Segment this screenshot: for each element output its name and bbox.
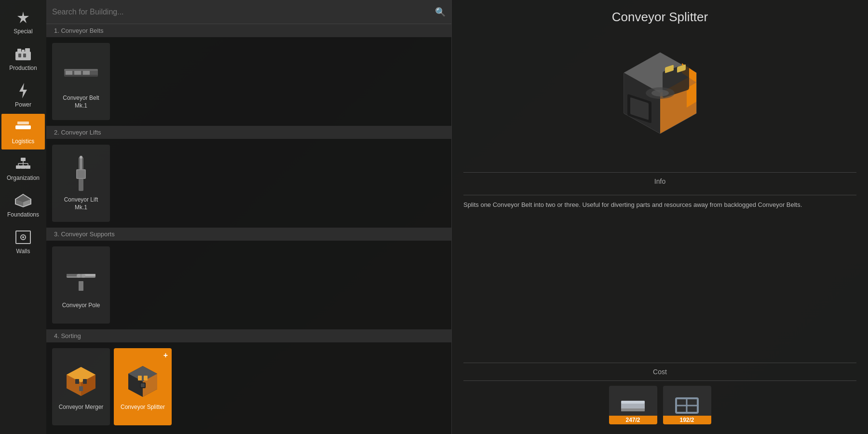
- building-item-conveyor-merger[interactable]: Conveyor Merger: [52, 348, 110, 425]
- svg-rect-74: [621, 401, 645, 404]
- cost-items: 247/2 192/2: [463, 386, 856, 424]
- sidebar-item-organization-label: Organization: [7, 175, 40, 181]
- detail-title: Conveyor Splitter: [612, 10, 708, 25]
- cost-divider2: [463, 380, 856, 381]
- conveyor-lift-mk1-name: Conveyor LiftMk.1: [64, 196, 98, 211]
- info-section-label: Info: [463, 177, 856, 185]
- conveyor-belt-mk1-icon: [62, 53, 100, 92]
- sidebar-item-organization[interactable]: Organization: [1, 150, 45, 186]
- conveyor-pole-icon: [62, 260, 100, 299]
- conveyor-lifts-grid: Conveyor LiftMk.1: [46, 139, 451, 228]
- cost-item-iron-plate: 247/2: [609, 386, 657, 424]
- svg-rect-5: [23, 54, 26, 57]
- sidebar-item-foundations[interactable]: Foundations: [1, 187, 45, 223]
- sidebar: Special Production Power: [0, 0, 46, 434]
- svg-point-8: [16, 125, 20, 129]
- detail-image-area: [597, 34, 723, 160]
- foundations-icon: [14, 192, 32, 209]
- special-icon: [14, 9, 32, 26]
- svg-rect-59: [141, 383, 145, 387]
- svg-rect-14: [21, 165, 26, 169]
- sidebar-item-walls-label: Walls: [16, 248, 30, 255]
- sidebar-item-special[interactable]: Special: [1, 4, 45, 40]
- svg-rect-75: [621, 408, 645, 411]
- sidebar-item-production[interactable]: Production: [1, 41, 45, 76]
- svg-point-43: [77, 274, 81, 278]
- plus-badge: +: [163, 351, 168, 360]
- detail-panel: Conveyor Splitter: [451, 0, 868, 434]
- conveyor-merger-name: Conveyor Merger: [59, 404, 104, 411]
- svg-point-27: [22, 236, 24, 238]
- sidebar-item-logistics-label: Logistics: [12, 138, 35, 145]
- sidebar-item-power-label: Power: [15, 101, 31, 108]
- production-icon: [14, 45, 32, 63]
- detail-splitter-image: [607, 44, 713, 150]
- svg-rect-12: [21, 158, 26, 161]
- info-divider2: [463, 195, 856, 195]
- building-panel: 🔍 1. Conveyor Belts Conveyor Bel: [46, 0, 451, 434]
- sidebar-item-power[interactable]: Power: [1, 77, 45, 113]
- conveyor-supports-grid: Conveyor Pole: [46, 241, 451, 329]
- building-list: 1. Conveyor Belts Conveyor BeltMk.1: [46, 24, 451, 434]
- svg-marker-6: [19, 83, 27, 98]
- logistics-icon: [14, 119, 32, 136]
- category-conveyor-supports: 3. Conveyor Supports: [46, 228, 451, 241]
- cost-section: Cost 247/2: [463, 358, 856, 424]
- svg-point-44: [81, 274, 85, 278]
- cost-divider: [463, 363, 856, 363]
- svg-rect-11: [17, 122, 29, 124]
- conveyor-lift-mk1-icon: [62, 155, 100, 193]
- svg-point-9: [21, 125, 25, 129]
- svg-rect-13: [16, 165, 21, 169]
- building-item-conveyor-belt-mk1[interactable]: Conveyor BeltMk.1: [52, 43, 110, 120]
- building-item-conveyor-pole[interactable]: Conveyor Pole: [52, 246, 110, 324]
- cost-item-iron-rod: 192/2: [663, 386, 711, 424]
- svg-rect-56: [138, 376, 142, 380]
- svg-rect-36: [77, 170, 85, 178]
- power-icon: [14, 82, 32, 99]
- svg-point-38: [80, 156, 82, 159]
- conveyor-splitter-icon: [123, 362, 162, 401]
- svg-rect-33: [64, 75, 98, 77]
- organization-icon: [14, 155, 32, 173]
- svg-rect-15: [26, 165, 30, 169]
- iron-rod-cost: 192/2: [663, 416, 711, 424]
- sidebar-item-special-label: Special: [14, 28, 32, 35]
- info-text: Splits one Conveyor Belt into two or thr…: [463, 200, 856, 358]
- search-input[interactable]: [52, 8, 435, 16]
- svg-rect-32: [64, 69, 98, 71]
- svg-rect-1: [17, 49, 21, 53]
- building-item-conveyor-lift-mk1[interactable]: Conveyor LiftMk.1: [52, 145, 110, 222]
- svg-rect-50: [83, 379, 87, 384]
- search-bar: 🔍: [46, 0, 451, 24]
- conveyor-splitter-name: Conveyor Splitter: [121, 404, 165, 411]
- sidebar-item-walls[interactable]: Walls: [1, 224, 45, 259]
- sidebar-item-logistics[interactable]: Logistics: [1, 114, 45, 149]
- sorting-grid: Conveyor Merger +: [46, 342, 451, 431]
- svg-point-10: [26, 125, 30, 129]
- svg-rect-39: [79, 281, 83, 291]
- category-conveyor-lifts: 2. Conveyor Lifts: [46, 126, 451, 139]
- category-sorting: 4. Sorting: [46, 329, 451, 342]
- sidebar-item-foundations-label: Foundations: [7, 211, 39, 218]
- category-conveyor-belts: 1. Conveyor Belts: [46, 24, 451, 37]
- svg-rect-2: [22, 50, 25, 53]
- conveyor-pole-name: Conveyor Pole: [62, 302, 100, 310]
- cost-section-label: Cost: [463, 368, 856, 376]
- conveyor-belt-mk1-name: Conveyor BeltMk.1: [63, 95, 99, 109]
- svg-rect-4: [18, 54, 21, 57]
- svg-rect-57: [144, 376, 148, 380]
- conveyor-belts-grid: Conveyor BeltMk.1: [46, 37, 451, 126]
- iron-plate-image: [619, 394, 648, 416]
- svg-point-72: [651, 90, 669, 96]
- sidebar-item-production-label: Production: [9, 65, 37, 71]
- iron-rod-image: [673, 394, 702, 416]
- svg-rect-3: [25, 48, 30, 53]
- search-icon: 🔍: [435, 7, 446, 17]
- conveyor-merger-icon: [62, 362, 100, 401]
- svg-rect-49: [75, 379, 79, 384]
- iron-plate-cost: 247/2: [609, 416, 657, 424]
- info-divider: [463, 172, 856, 173]
- svg-rect-51: [79, 386, 83, 391]
- building-item-conveyor-splitter[interactable]: + Conveyo: [114, 348, 172, 425]
